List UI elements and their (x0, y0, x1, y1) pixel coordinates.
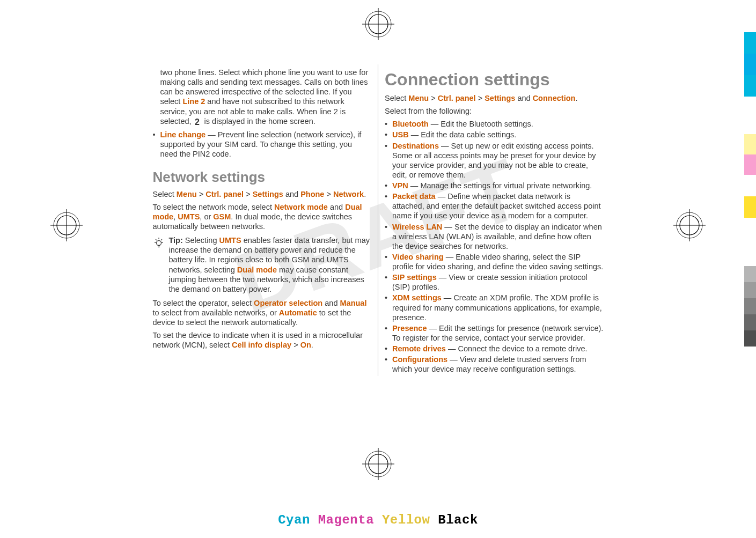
or-label: , or (200, 212, 213, 221)
op-pre: To select the operator, select (153, 299, 254, 307)
sep: > (324, 190, 333, 198)
tip-block: Tip: Selecting UMTS enables faster data … (153, 235, 372, 294)
connection-item-label: Destinations (392, 142, 439, 150)
connection-item: Remote drives — Connect the device to a … (385, 344, 604, 353)
right-column: Connection settings Select Menu > Ctrl. … (378, 64, 604, 376)
on-link: On (300, 341, 311, 349)
network-path: Select Menu > Ctrl. panel > Settings and… (153, 189, 372, 199)
registration-mark-left (50, 209, 83, 241)
svg-text:2: 2 (195, 117, 200, 127)
connection-item-label: SIP settings (392, 273, 437, 282)
color-swatch (744, 218, 756, 266)
connection-item-text: — Connect the device to a remote drive. (446, 344, 588, 353)
line-change-list: Line change — Prevent line selection (ne… (153, 130, 372, 159)
ctrl-panel-link: Ctrl. panel (438, 94, 476, 102)
menu-link: Menu (408, 94, 429, 102)
line2-link: Line 2 (182, 97, 205, 106)
tip-icon (153, 235, 165, 294)
network-link: Network (333, 190, 364, 198)
gsm-link: GSM (213, 212, 231, 221)
registration-mark-right (673, 209, 706, 241)
from-following: Select from the following: (385, 106, 604, 116)
color-swatch (744, 330, 756, 347)
connection-item: XDM settings — Create an XDM profile. Th… (385, 293, 604, 322)
cyan-label: Cyan (278, 513, 310, 527)
menu-link: Menu (177, 190, 197, 198)
connection-item-label: Wireless LAN (392, 223, 442, 231)
sep: > (291, 341, 300, 349)
sep: > (476, 94, 485, 102)
intro-text-3: is displayed in the home screen. (202, 117, 315, 126)
settings-link: Settings (485, 94, 515, 102)
connection-item: Packet data — Define when packet data ne… (385, 191, 604, 220)
automatic-link: Automatic (279, 308, 317, 317)
period: . (575, 94, 577, 102)
phone-link: Phone (300, 190, 324, 198)
connection-item: Presence — Edit the settings for presenc… (385, 323, 604, 343)
network-mode-link: Network mode (274, 203, 328, 211)
connection-item-text: — Manage the settings for virtual privat… (408, 181, 592, 190)
svg-line-14 (161, 239, 162, 240)
umts-link: UMTS (178, 212, 200, 221)
and-label: and (283, 190, 300, 198)
and-label: and (322, 299, 340, 307)
mode-pre: To select the network mode, select (153, 203, 274, 211)
manual-link: Manual (340, 299, 366, 307)
sep: > (197, 190, 206, 198)
connection-item: Video sharing — Enable video sharing, se… (385, 252, 604, 271)
connection-link: Connection (533, 94, 576, 102)
select-label: Select (153, 190, 177, 198)
tip-pre: Selecting (183, 236, 219, 245)
ctrl-panel-link: Ctrl. panel (205, 190, 244, 198)
connection-item-label: Packet data (392, 192, 436, 201)
operator-selection-link: Operator selection (254, 299, 322, 307)
connection-item-label: XDM settings (392, 293, 442, 302)
and-label: and (328, 203, 345, 211)
footer-color-labels: Cyan Magenta Yellow Black (278, 513, 478, 527)
color-swatch (744, 54, 756, 75)
color-swatch (744, 314, 756, 330)
color-swatch (744, 282, 756, 298)
connection-settings-heading: Connection settings (385, 69, 604, 90)
left-column: two phone lines. Select which phone line… (153, 64, 378, 376)
color-swatch (744, 75, 756, 97)
sep: > (244, 190, 253, 198)
line-change-item: Line change — Prevent line selection (ne… (153, 130, 372, 159)
content-columns: two phone lines. Select which phone line… (153, 64, 604, 376)
color-swatch (744, 298, 756, 314)
comma: , (173, 212, 178, 221)
connection-item-label: Remote drives (392, 344, 446, 353)
svg-line-13 (156, 239, 157, 240)
dual-mode-link-2: Dual mode (237, 266, 277, 274)
page: DRAFT two phone lines. Select which phon… (89, 0, 668, 538)
connection-item: Destinations — Set up new or edit existi… (385, 141, 604, 180)
color-swatch (744, 154, 756, 175)
registration-mark-top (362, 8, 394, 40)
connection-item-label: Configurations (392, 355, 447, 364)
color-swatch (744, 32, 756, 54)
connection-item: Bluetooth — Edit the Bluetooth settings. (385, 119, 604, 129)
connection-item: USB — Edit the data cable settings. (385, 130, 604, 139)
line-change-label: Line change (160, 130, 206, 139)
connection-item: SIP settings — View or create session in… (385, 272, 604, 292)
color-swatch (744, 134, 756, 154)
color-swatch (744, 175, 756, 196)
connection-item-text: — Edit the data cable settings. (409, 130, 517, 139)
tip-text: Tip: Selecting UMTS enables faster data … (169, 235, 372, 294)
network-settings-heading: Network settings (153, 168, 372, 186)
period: . (311, 341, 313, 349)
and-label: and (515, 94, 532, 102)
yellow-label: Yellow (382, 513, 430, 527)
line2-indicator-icon: 2 (194, 117, 202, 127)
color-swatch (744, 196, 756, 218)
connection-item: Configurations — View and delete trusted… (385, 355, 604, 374)
connection-items-list: Bluetooth — Edit the Bluetooth settings.… (385, 119, 604, 374)
settings-link: Settings (253, 190, 283, 198)
connection-item-label: Video sharing (392, 253, 444, 261)
connection-item-label: USB (392, 130, 409, 139)
op-mid: to select from available networks, or (153, 308, 279, 317)
connection-item: Wireless LAN — Set the device to display… (385, 222, 604, 251)
magenta-label: Magenta (318, 513, 374, 527)
connection-item: VPN — Manage the settings for virtual pr… (385, 181, 604, 190)
connection-item-text: — Edit the Bluetooth settings. (429, 120, 533, 128)
